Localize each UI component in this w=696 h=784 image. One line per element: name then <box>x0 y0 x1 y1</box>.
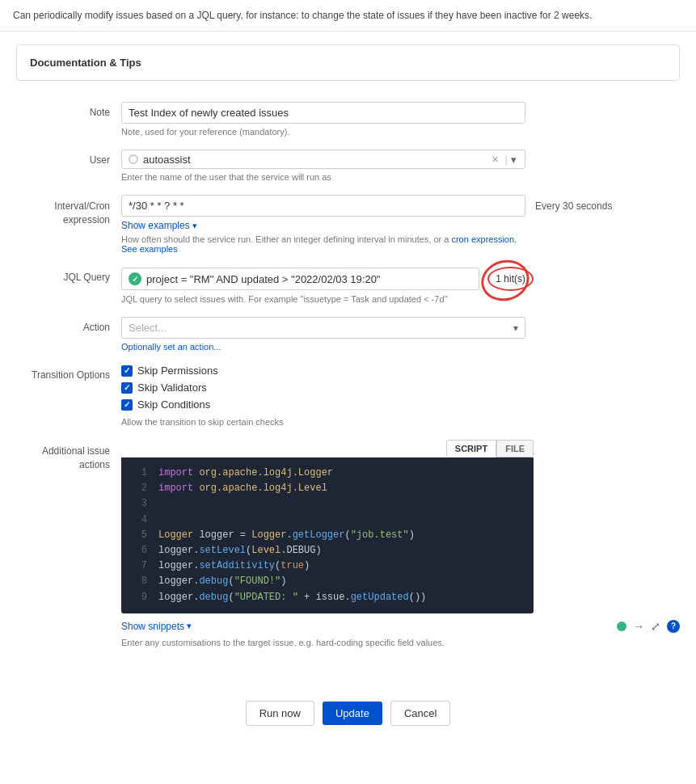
code-tabs: SCRIPT FILE <box>121 440 534 457</box>
code-line-8: 8 logger.debug("FOUND!") <box>121 574 534 589</box>
skip-conditions-label: Skip Conditions <box>137 398 210 411</box>
transition-label: Transition Options <box>16 365 121 381</box>
show-examples-text: Show examples <box>121 220 190 231</box>
action-content: Select... ▾ Optionally set an action... <box>121 317 680 352</box>
interval-display: Every 30 seconds <box>535 200 612 212</box>
interval-row: Interval/Cronexpression Every 30 seconds… <box>16 195 680 254</box>
show-snippets-chevron-icon: ▾ <box>187 621 192 631</box>
action-select[interactable]: Select... ▾ <box>121 317 525 339</box>
update-button[interactable]: Update <box>323 702 382 725</box>
action-helper: Optionally set an action... <box>121 342 680 352</box>
code-line-5: 5 Logger logger = Logger.getLogger("job.… <box>121 528 534 543</box>
hits-badge-wrapper: 1 hit(s) <box>487 267 534 291</box>
cron-expression-link[interactable]: cron expression. <box>451 234 517 244</box>
code-line-4: 4 <box>121 512 534 528</box>
see-examples-link[interactable]: See examples <box>121 244 178 254</box>
additional-label: Additional issueactions <box>16 440 121 472</box>
doc-tips-title: Documentation & Tips <box>30 57 141 69</box>
jql-value: project = "RM" AND updated > "2022/02/03… <box>146 273 472 285</box>
show-snippets-link[interactable]: Show snippets ▾ <box>121 621 192 632</box>
bottom-helper: Enter any customisations to the target i… <box>121 638 680 647</box>
checkbox-skip-validators-input[interactable] <box>121 382 133 394</box>
user-value: autoassist <box>143 154 487 166</box>
interval-content: Every 30 seconds Show examples ▾ How oft… <box>121 195 680 254</box>
transition-row: Transition Options Skip Permissions Skip… <box>16 365 680 427</box>
tab-file[interactable]: FILE <box>496 440 534 457</box>
skip-validators-label: Skip Validators <box>137 381 207 394</box>
checkbox-skip-validators: Skip Validators <box>121 381 680 394</box>
code-line-7: 7 logger.setAdditivity(true) <box>121 558 534 574</box>
show-snippets-row: Show snippets ▾ → ⤢ ? <box>121 620 680 633</box>
code-line-1: 1 import org.apache.log4j.Logger <box>121 466 534 481</box>
code-line-2: 2 import org.apache.log4j.Level <box>121 481 534 496</box>
jql-content: project = "RM" AND updated > "2022/02/03… <box>121 267 680 304</box>
note-helper: Note, used for your reference (mandatory… <box>121 127 680 137</box>
interval-helper: How often should the service run. Either… <box>121 234 680 254</box>
note-content: Note, used for your reference (mandatory… <box>121 102 680 137</box>
note-input[interactable] <box>121 102 525 124</box>
hits-badge: 1 hit(s) <box>487 267 534 291</box>
user-radio-icon <box>129 154 138 164</box>
interval-label: Interval/Cronexpression <box>16 195 121 227</box>
run-now-button[interactable]: Run now <box>246 701 314 726</box>
additional-row: Additional issueactions SCRIPT FILE 1 im… <box>16 440 680 647</box>
code-line-9: 9 logger.debug("UPDATED: " + issue.getUp… <box>121 590 534 605</box>
code-expand-icon[interactable]: ⤢ <box>651 620 660 633</box>
user-row: User autoassist × | ▾ Enter the name of … <box>16 150 680 182</box>
note-row: Note Note, used for your reference (mand… <box>16 102 680 137</box>
code-status-dot <box>617 622 626 631</box>
jql-input-wrapper[interactable]: project = "RM" AND updated > "2022/02/03… <box>121 268 479 290</box>
code-line-3: 3 <box>121 496 534 512</box>
code-line-6: 6 logger.setLevel(Level.DEBUG) <box>121 543 534 558</box>
checkbox-skip-permissions-input[interactable] <box>121 365 133 377</box>
code-help-icon[interactable]: ? <box>667 620 680 633</box>
code-arrow-icon[interactable]: → <box>633 620 644 633</box>
transition-helper: Allow the transition to skip certain che… <box>121 417 680 427</box>
action-placeholder: Select... <box>129 322 513 334</box>
note-label: Note <box>16 102 121 118</box>
cancel-button[interactable]: Cancel <box>390 701 450 726</box>
code-actions: → ⤢ ? <box>617 620 680 633</box>
transition-content: Skip Permissions Skip Validators Skip Co… <box>121 365 680 427</box>
checkbox-skip-permissions: Skip Permissions <box>121 365 680 377</box>
checkbox-skip-conditions: Skip Conditions <box>121 398 680 411</box>
show-examples-chevron-icon: ▾ <box>192 221 197 231</box>
jql-valid-icon <box>129 272 141 285</box>
jql-helper: JQL query to select issues with. For exa… <box>121 294 680 304</box>
user-dropdown-arrow-icon[interactable]: ▾ <box>509 154 518 166</box>
show-examples-link[interactable]: Show examples ▾ <box>121 220 197 231</box>
user-divider: | <box>505 154 508 166</box>
transition-options-list: Skip Permissions Skip Validators Skip Co… <box>121 365 680 411</box>
checkbox-skip-conditions-input[interactable] <box>121 399 133 411</box>
action-label: Action <box>16 317 121 333</box>
tab-script[interactable]: SCRIPT <box>446 440 496 457</box>
user-input-wrapper[interactable]: autoassist × | ▾ <box>121 150 525 169</box>
show-snippets-text: Show snippets <box>121 621 184 632</box>
jql-label: JQL Query <box>16 267 121 283</box>
user-content: autoassist × | ▾ Enter the name of the u… <box>121 150 680 182</box>
action-row: Action Select... ▾ Optionally set an act… <box>16 317 680 352</box>
user-helper: Enter the name of the user that the serv… <box>121 172 680 182</box>
skip-permissions-label: Skip Permissions <box>137 365 218 377</box>
footer-actions: Run now Update Cancel <box>0 677 696 742</box>
jql-row: JQL Query project = "RM" AND updated > "… <box>16 267 680 304</box>
banner-text: Can periodically modify issues based on … <box>13 10 592 21</box>
doc-tips-section: Documentation & Tips <box>16 44 680 81</box>
user-clear-button[interactable]: × <box>487 153 503 166</box>
code-editor[interactable]: 1 import org.apache.log4j.Logger 2 impor… <box>121 457 534 613</box>
code-section: SCRIPT FILE 1 import org.apache.log4j.Lo… <box>121 440 534 613</box>
top-banner: Can periodically modify issues based on … <box>0 0 696 32</box>
interval-input[interactable] <box>121 195 525 217</box>
user-label: User <box>16 150 121 166</box>
action-dropdown-arrow-icon[interactable]: ▾ <box>513 322 518 334</box>
additional-content: SCRIPT FILE 1 import org.apache.log4j.Lo… <box>121 440 680 647</box>
